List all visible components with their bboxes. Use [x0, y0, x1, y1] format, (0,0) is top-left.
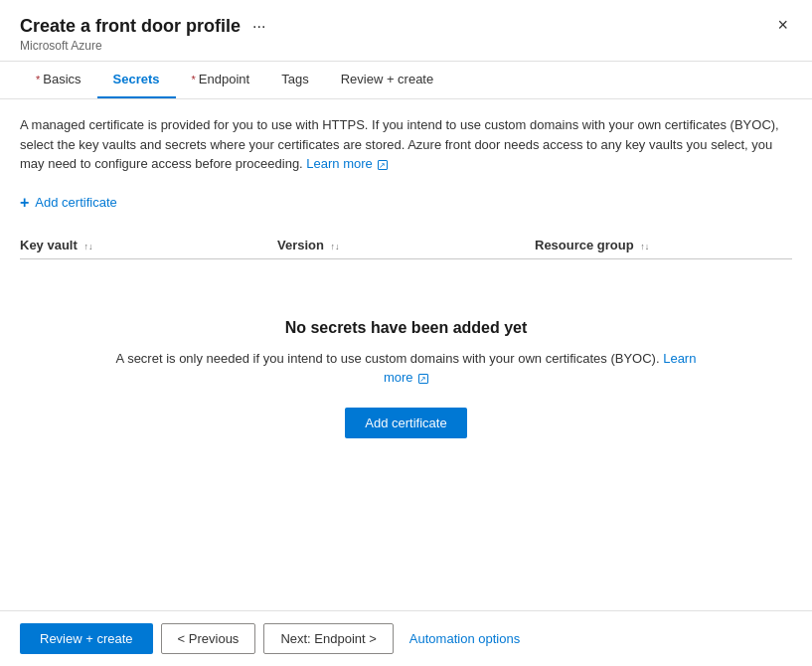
- tab-secrets-label: Secrets: [113, 72, 160, 86]
- dialog-header: Create a front door profile ··· Microsof…: [0, 0, 812, 62]
- col-key-vault-label: Key vault: [20, 238, 78, 252]
- empty-description-text: A secret is only needed if you intend to…: [116, 351, 660, 366]
- col-resource-group-sort-icon: ↑↓: [640, 242, 649, 251]
- ellipsis-button[interactable]: ···: [248, 18, 269, 36]
- dialog-subtitle: Microsoft Azure: [20, 39, 269, 53]
- info-text-content: A managed certificate is provided for yo…: [20, 117, 779, 171]
- plus-icon: +: [20, 194, 29, 212]
- empty-state-title: No secrets have been added yet: [285, 319, 528, 337]
- col-version-label: Version: [277, 238, 324, 252]
- main-content: A managed certificate is provided for yo…: [0, 99, 812, 610]
- review-create-button[interactable]: Review + create: [20, 623, 153, 654]
- add-certificate-top-button[interactable]: + Add certificate: [20, 190, 117, 216]
- tab-review[interactable]: Review + create: [325, 62, 450, 98]
- dialog: Create a front door profile ··· Microsof…: [0, 0, 812, 666]
- dialog-title-text: Create a front door profile: [20, 16, 241, 37]
- automation-options-button[interactable]: Automation options: [402, 631, 528, 646]
- next-endpoint-button[interactable]: Next: Endpoint >: [263, 623, 393, 654]
- footer: Review + create < Previous Next: Endpoin…: [0, 610, 812, 666]
- column-key-vault[interactable]: Key vault ↑↓: [20, 238, 277, 252]
- tab-tags-label: Tags: [281, 72, 308, 86]
- tab-basics-star: *: [36, 74, 40, 85]
- empty-state: No secrets have been added yet A secret …: [20, 259, 792, 498]
- empty-external-link-icon: [418, 374, 428, 384]
- tab-endpoint-star: *: [192, 74, 196, 85]
- tab-review-label: Review + create: [341, 72, 434, 86]
- column-version[interactable]: Version ↑↓: [277, 238, 535, 252]
- info-learn-more-link[interactable]: Learn more: [306, 156, 388, 171]
- tab-basics-label: Basics: [43, 72, 81, 86]
- empty-state-description: A secret is only needed if you intend to…: [108, 349, 705, 388]
- column-resource-group[interactable]: Resource group ↑↓: [535, 238, 792, 252]
- tab-endpoint-label: Endpoint: [199, 72, 249, 86]
- tabs-container: * Basics Secrets * Endpoint Tags Review …: [0, 62, 812, 99]
- external-link-icon: [378, 160, 388, 170]
- dialog-title: Create a front door profile ···: [20, 16, 269, 37]
- header-right: ×: [773, 16, 792, 34]
- dialog-title-area: Create a front door profile ··· Microsof…: [20, 16, 269, 53]
- close-button[interactable]: ×: [773, 16, 792, 34]
- table-header: Key vault ↑↓ Version ↑↓ Resource group ↑…: [20, 232, 792, 259]
- previous-button[interactable]: < Previous: [161, 623, 256, 654]
- info-learn-more-label: Learn more: [306, 156, 372, 171]
- add-certificate-top-label: Add certificate: [35, 195, 116, 210]
- tab-endpoint[interactable]: * Endpoint: [176, 62, 266, 98]
- tab-basics[interactable]: * Basics: [20, 62, 97, 98]
- col-resource-group-label: Resource group: [535, 238, 634, 252]
- col-key-vault-sort-icon: ↑↓: [83, 242, 92, 251]
- add-certificate-primary-button[interactable]: Add certificate: [345, 408, 466, 438]
- tab-secrets[interactable]: Secrets: [97, 62, 176, 98]
- col-version-sort-icon: ↑↓: [331, 242, 340, 251]
- tab-tags[interactable]: Tags: [265, 62, 324, 98]
- info-paragraph: A managed certificate is provided for yo…: [20, 115, 792, 174]
